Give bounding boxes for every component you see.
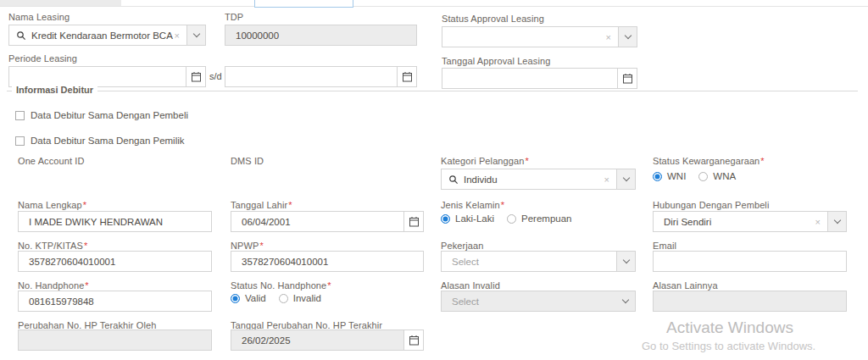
- calendar-button[interactable]: [397, 67, 416, 86]
- alasan-invalid-placeholder: Select: [442, 296, 616, 307]
- calendar-button[interactable]: [617, 69, 637, 88]
- inactive-tab[interactable]: [0, 0, 121, 6]
- calendar-button[interactable]: [403, 212, 423, 231]
- chevron-down-icon: [622, 257, 629, 263]
- label-text: TDP: [225, 12, 243, 22]
- npwp-input[interactable]: [231, 251, 424, 272]
- perubahan-no-hp-terakhir-oleh-input: [18, 330, 212, 351]
- radio-invalid[interactable]: [279, 294, 288, 303]
- checkbox-label: Data Debitur Sama Dengan Pemilik: [31, 136, 185, 146]
- radio-label-invalid: Invalid: [293, 293, 321, 303]
- hubungan-dengan-pembeli-combobox[interactable]: Diri Sendiri ×: [653, 211, 847, 232]
- calendar-icon: [409, 216, 420, 227]
- tanggal-lahir-value: 06/04/2001: [231, 217, 403, 227]
- section-divider: [7, 91, 858, 91]
- label-text: Status Approval Leasing: [442, 14, 544, 24]
- active-tab[interactable]: [254, 0, 353, 8]
- radio-laki-laki[interactable]: [441, 214, 450, 224]
- status-approval-leasing-label: Status Approval Leasing: [442, 14, 544, 24]
- tanggal-lahir-input[interactable]: 06/04/2001: [231, 211, 424, 232]
- dropdown-button[interactable]: [827, 212, 846, 231]
- tanggal-lahir-label: Tanggal Lahir*: [231, 200, 292, 210]
- dropdown-button[interactable]: [616, 169, 635, 189]
- label-text: No. Handphone: [18, 280, 84, 291]
- required-asterisk: *: [84, 241, 87, 251]
- label-text: Email: [653, 241, 676, 251]
- required-asterisk: *: [501, 200, 504, 210]
- email-input[interactable]: [653, 251, 847, 272]
- radio-wni[interactable]: [653, 172, 662, 181]
- radio-label-wni: WNI: [667, 171, 686, 181]
- radio-valid[interactable]: [231, 294, 240, 303]
- radio-label-wna: WNA: [713, 171, 736, 181]
- section-title: Informasi Debitur: [12, 85, 97, 95]
- label-text: No. KTP/KITAS: [18, 241, 83, 251]
- dropdown-button[interactable]: [618, 27, 637, 47]
- no-ktp-kitas-input[interactable]: [18, 251, 212, 272]
- status-no-handphone-radio-group: Valid Invalid: [231, 293, 334, 303]
- nama-leasing-label: Nama Leasing: [8, 12, 70, 22]
- nama-leasing-value: Kredit Kendaraan Bermotor BCA: [26, 30, 175, 41]
- no-handphone-input[interactable]: [18, 291, 212, 312]
- nama-lengkap-input[interactable]: [18, 211, 212, 232]
- label-text: Kategori Pelanggan: [441, 156, 524, 166]
- nama-leasing-combobox[interactable]: Kredit Kendaraan Bermotor BCA ×: [8, 25, 206, 46]
- windows-activation-watermark-line1: Activate Windows: [666, 318, 793, 337]
- required-asterisk: *: [288, 200, 292, 210]
- pekerjaan-select[interactable]: Select: [441, 251, 636, 272]
- chevron-down-icon: [622, 174, 629, 181]
- hubungan-dengan-pembeli-label: Hubungan Dengan Pembeli: [653, 200, 769, 210]
- kategori-pelanggan-label: Kategori Pelanggan*: [441, 156, 529, 166]
- search-icon: [448, 174, 459, 185]
- tanggal-approval-leasing-input[interactable]: [442, 68, 637, 89]
- alasan-invalid-label: Alasan Invalid: [441, 280, 500, 291]
- label-text: Status Kewarganegaraan: [653, 156, 760, 166]
- no-ktp-kitas-label: No. KTP/KITAS*: [18, 241, 87, 251]
- tdp-input: [225, 25, 417, 46]
- leasing-debitur-form-page: Nama Leasing Kredit Kendaraan Bermotor B…: [0, 0, 868, 360]
- npwp-label: NPWP*: [231, 241, 264, 251]
- calendar-icon: [402, 71, 413, 82]
- search-icon: [16, 30, 26, 41]
- dropdown-button[interactable]: [616, 252, 635, 271]
- label-text: Pekerjaan: [441, 241, 483, 251]
- clear-icon[interactable]: ×: [175, 30, 180, 41]
- kategori-pelanggan-combobox[interactable]: Individu ×: [441, 169, 636, 190]
- label-text: Nama Lengkap: [18, 200, 82, 210]
- windows-activation-watermark-line2: Go to Settings to activate Windows.: [642, 340, 815, 352]
- tanggal-perubahan-value: 26/02/2025: [231, 335, 403, 346]
- required-asterisk: *: [525, 156, 528, 166]
- periode-separator: s/d: [209, 71, 222, 81]
- label-text: Tanggal Lahir: [231, 200, 287, 210]
- clear-icon[interactable]: ×: [604, 174, 609, 185]
- calendar-button[interactable]: [186, 67, 205, 86]
- checkbox-label: Data Debitur Sama Dengan Pembeli: [31, 110, 188, 120]
- periode-leasing-to-input[interactable]: [225, 66, 417, 87]
- tab-strip-divider: [0, 6, 868, 7]
- calendar-button[interactable]: [403, 330, 423, 350]
- status-approval-leasing-combobox[interactable]: ×: [442, 26, 637, 47]
- required-asterisk: *: [760, 156, 764, 166]
- dms-id-label: DMS ID: [231, 156, 264, 166]
- email-label: Email: [653, 241, 676, 251]
- label-text: Hubungan Dengan Pembeli: [653, 200, 769, 210]
- clear-icon[interactable]: ×: [815, 217, 821, 227]
- kategori-pelanggan-value: Individu: [459, 174, 604, 185]
- hubungan-dengan-pembeli-value: Diri Sendiri: [654, 217, 815, 227]
- dropdown-button[interactable]: [186, 25, 205, 45]
- label-text: Tanggal Approval Leasing: [442, 56, 550, 66]
- alasan-lainnya-label: Alasan Lainnya: [653, 280, 718, 291]
- pekerjaan-label: Pekerjaan: [441, 241, 483, 251]
- periode-leasing-label: Periode Leasing: [8, 53, 77, 64]
- checkbox-data-debitur-sama-pembeli[interactable]: Data Debitur Sama Dengan Pembeli: [15, 110, 188, 120]
- jenis-kelamin-radio-group: Laki-Laki Perempuan: [441, 213, 585, 224]
- checkbox-data-debitur-sama-pemilik[interactable]: Data Debitur Sama Dengan Pemilik: [15, 136, 185, 146]
- alasan-lainnya-input: [653, 291, 847, 312]
- radio-wna[interactable]: [698, 172, 708, 181]
- calendar-icon: [409, 335, 420, 346]
- status-no-handphone-label: Status No. Handphone*: [231, 280, 331, 291]
- radio-perempuan[interactable]: [507, 214, 516, 224]
- clear-icon[interactable]: ×: [606, 32, 611, 42]
- pekerjaan-placeholder: Select: [442, 257, 616, 267]
- checkbox-icon: [15, 136, 25, 146]
